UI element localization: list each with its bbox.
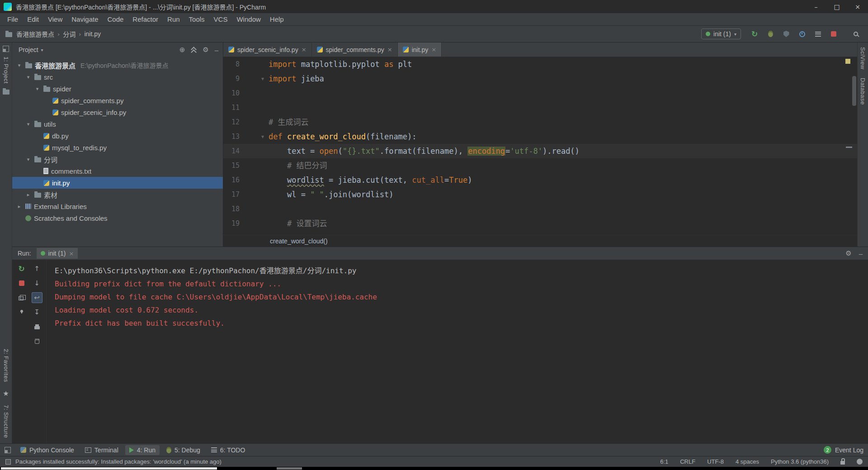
- menu-vcs[interactable]: VCS: [209, 13, 232, 25]
- debug-button[interactable]: [764, 28, 777, 40]
- tree-item-4[interactable]: spider_scenic_info.py: [12, 106, 223, 118]
- editor-tab-init-py[interactable]: init.py×: [398, 43, 442, 57]
- tree-item-3[interactable]: spider_comments.py: [12, 95, 223, 106]
- hide-panel-button[interactable]: –: [859, 250, 863, 257]
- stripe-favorites-button[interactable]: 2: Favorites: [3, 349, 9, 382]
- run-tab[interactable]: init (1) ×: [37, 248, 78, 259]
- editor-scrollbar[interactable]: [852, 76, 856, 106]
- down-stack-button[interactable]: ↓: [32, 278, 42, 289]
- tree-item-5[interactable]: ▾utils: [12, 118, 223, 130]
- tree-item-6[interactable]: db.py: [12, 130, 223, 142]
- code-line-17[interactable]: 17 wl = " ".join(wordlist): [223, 187, 857, 202]
- tree-item-9[interactable]: comments.txt: [12, 165, 223, 177]
- fold-marker-icon[interactable]: ▾: [240, 71, 269, 86]
- file-encoding[interactable]: UTF-8: [707, 458, 724, 465]
- interpreter-selector[interactable]: Python 3.6 (python36): [771, 458, 829, 465]
- menu-code[interactable]: Code: [103, 13, 128, 25]
- toolwindow-switcher-icon[interactable]: [5, 447, 11, 453]
- menu-run[interactable]: Run: [163, 13, 184, 25]
- caret-position[interactable]: 6:1: [660, 458, 668, 465]
- collapse-all-button[interactable]: [191, 47, 197, 53]
- up-stack-button[interactable]: ↑: [32, 263, 42, 274]
- tab-close-icon[interactable]: ×: [431, 46, 436, 53]
- breadcrumb-item[interactable]: init.py: [84, 30, 101, 38]
- stripe-sciview-button[interactable]: SciView: [859, 47, 866, 70]
- settings-gear-icon[interactable]: ⚙: [203, 46, 208, 54]
- restore-layout-button[interactable]: [16, 292, 27, 303]
- menu-file[interactable]: File: [3, 13, 23, 25]
- code-line-9[interactable]: 9▾import jieba: [223, 71, 857, 86]
- hide-panel-button[interactable]: –: [215, 46, 218, 54]
- event-log-button[interactable]: 2 Event Log: [824, 446, 863, 454]
- tree-item-7[interactable]: mysql_to_redis.py: [12, 142, 223, 153]
- tree-item-8[interactable]: ▾分词: [12, 153, 223, 165]
- run-button[interactable]: ↻: [748, 28, 761, 40]
- menu-view[interactable]: View: [43, 13, 67, 25]
- lock-icon[interactable]: [840, 461, 845, 465]
- toolbar-todo[interactable]: 6: TODO: [207, 445, 250, 455]
- minimize-button[interactable]: –: [806, 0, 826, 13]
- scroll-to-end-button[interactable]: ↧: [32, 307, 42, 318]
- pin-tab-button[interactable]: [16, 307, 27, 318]
- hector-inspections-icon[interactable]: [857, 459, 863, 465]
- chevron-right-icon[interactable]: ▸: [16, 204, 23, 209]
- chevron-down-icon[interactable]: ▾: [34, 86, 41, 92]
- chevron-down-icon[interactable]: ▾: [25, 157, 32, 162]
- editor-tab-spider_comments-py[interactable]: spider_comments.py×: [312, 43, 398, 57]
- coverage-button[interactable]: [779, 28, 793, 40]
- chevron-down-icon[interactable]: ▾: [41, 47, 43, 52]
- stripe-structure-button[interactable]: 7: Structure: [3, 405, 9, 438]
- tree-item-1[interactable]: ▾src: [12, 71, 223, 83]
- run-console[interactable]: E:\python36\Scripts\python.exe E:/python…: [47, 260, 868, 443]
- code-line-15[interactable]: 15 # 结巴分词: [223, 158, 857, 173]
- toolbar-python-console[interactable]: Python Console: [16, 445, 78, 455]
- indent-setting[interactable]: 4 spaces: [736, 458, 759, 465]
- run-config-selector[interactable]: init (1) ▾: [701, 28, 741, 39]
- editor-tab-spider_scenic_info-py[interactable]: spider_scenic_info.py×: [223, 43, 312, 57]
- tree-item-12[interactable]: ▸External Libraries: [12, 200, 223, 212]
- code-line-12[interactable]: 12# 生成词云: [223, 115, 857, 129]
- code-line-19[interactable]: 19 # 设置词云: [223, 216, 857, 231]
- breadcrumb-item[interactable]: 分词: [63, 29, 75, 38]
- profiler-button[interactable]: [795, 28, 809, 40]
- line-separator[interactable]: CRLF: [680, 458, 695, 465]
- code-line-10[interactable]: 10: [223, 86, 857, 100]
- chevron-down-icon[interactable]: ▾: [25, 121, 32, 127]
- menu-refactor[interactable]: Refactor: [128, 13, 163, 25]
- fold-marker-icon[interactable]: ▾: [240, 129, 269, 144]
- menu-window[interactable]: Window: [232, 13, 265, 25]
- print-button[interactable]: [32, 321, 42, 332]
- code-line-16[interactable]: 16 wordlist = jieba.cut(text, cut_all=Tr…: [223, 173, 857, 187]
- soft-wrap-button[interactable]: ↩: [32, 292, 42, 303]
- tree-item-2[interactable]: ▾spider: [12, 83, 223, 95]
- menu-edit[interactable]: Edit: [23, 13, 43, 25]
- stripe-database-button[interactable]: Database: [859, 78, 866, 105]
- locate-file-button[interactable]: ⊕: [179, 46, 185, 54]
- maximize-button[interactable]: □: [826, 0, 847, 13]
- menu-navigate[interactable]: Navigate: [67, 13, 103, 25]
- tree-item-10[interactable]: init.py: [12, 177, 223, 189]
- close-button[interactable]: ×: [847, 0, 868, 13]
- code-line-14[interactable]: 14 text = open("{}.txt".format(filename)…: [223, 144, 857, 158]
- settings-gear-icon[interactable]: ⚙: [845, 249, 851, 257]
- chevron-right-icon[interactable]: ▸: [25, 192, 32, 198]
- stop-button[interactable]: [16, 278, 27, 289]
- clear-all-button[interactable]: [32, 336, 42, 347]
- status-message[interactable]: Packages installed successfully: Install…: [15, 458, 222, 465]
- code-line-13[interactable]: 13▾def create_word_cloud(filename):: [223, 129, 857, 144]
- menu-help[interactable]: Help: [265, 13, 288, 25]
- code-line-11[interactable]: 11: [223, 100, 857, 115]
- toolbar-debug[interactable]: 5: Debug: [162, 445, 204, 455]
- editor-breadcrumb[interactable]: create_word_cloud(): [223, 235, 857, 247]
- running-list-button[interactable]: [811, 28, 825, 40]
- stop-button[interactable]: [827, 28, 840, 40]
- tab-close-icon[interactable]: ×: [387, 46, 392, 53]
- search-everywhere-button[interactable]: [849, 28, 863, 40]
- tree-item-13[interactable]: Scratches and Consoles: [12, 212, 223, 224]
- tree-item-0[interactable]: ▾香港旅游景点E:\pythonPachon\香港旅游景点: [12, 59, 223, 71]
- breadcrumb-item[interactable]: 香港旅游景点: [16, 29, 54, 38]
- menu-tools[interactable]: Tools: [184, 13, 209, 25]
- close-icon[interactable]: ×: [69, 250, 74, 257]
- code-line-8[interactable]: 8import matplotlib.pyplot as plt: [223, 57, 857, 71]
- toolbar-run[interactable]: 4: Run: [125, 445, 160, 455]
